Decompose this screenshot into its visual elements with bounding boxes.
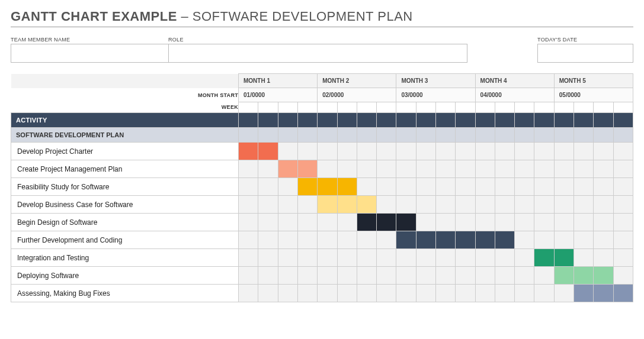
gantt-bar-cell [396, 231, 416, 249]
activity-header-cell [534, 113, 554, 128]
gantt-cell [495, 160, 514, 178]
month-start-date: 02/0000 [318, 88, 396, 102]
gantt-cell [377, 143, 396, 160]
gantt-cell [534, 214, 554, 231]
gantt-cell [337, 285, 357, 302]
gantt-cell [416, 249, 435, 267]
month-start-date: 04/0000 [475, 88, 554, 102]
gantt-cell [534, 178, 554, 196]
gantt-cell [337, 231, 357, 249]
gantt-cell [435, 178, 455, 196]
gantt-cell [396, 196, 416, 214]
gantt-cell [613, 267, 633, 285]
gantt-bar-cell [337, 178, 357, 196]
gantt-cell [594, 178, 613, 196]
gantt-cell [416, 267, 435, 285]
task-row: Begin Design of Software [11, 214, 633, 231]
section-cell [435, 128, 455, 143]
gantt-cell [435, 196, 455, 214]
gantt-cell [258, 160, 278, 178]
gantt-cell [318, 214, 337, 231]
gantt-bar-cell [534, 249, 554, 267]
month-header: MONTH 5 [554, 74, 633, 88]
gantt-cell [554, 178, 573, 196]
activity-header-cell [456, 113, 475, 128]
task-label: Begin Design of Software [11, 214, 239, 231]
gantt-cell [357, 160, 376, 178]
section-cell [456, 128, 475, 143]
gantt-cell [396, 178, 416, 196]
gantt-cell [613, 160, 633, 178]
gantt-cell [515, 249, 534, 267]
gantt-cell [297, 214, 317, 231]
gantt-cell [534, 143, 554, 160]
gantt-bar-cell [435, 231, 455, 249]
gantt-cell [515, 143, 534, 160]
gantt-cell [435, 143, 455, 160]
section-cell [297, 128, 317, 143]
header-col-date: TODAY'S DATE [537, 37, 633, 63]
gantt-cell [377, 267, 396, 285]
week-cell [239, 102, 258, 113]
gantt-cell [318, 285, 337, 302]
week-cell [297, 102, 317, 113]
gantt-cell [495, 178, 514, 196]
task-label: Develop Business Case for Software [11, 196, 239, 214]
week-cell [594, 102, 613, 113]
gantt-cell [416, 160, 435, 178]
activity-header-cell [337, 113, 357, 128]
gantt-bar-cell [337, 196, 357, 214]
gantt-cell [594, 231, 613, 249]
name-input[interactable] [11, 44, 168, 63]
gantt-cell [495, 285, 514, 302]
gantt-cell [515, 214, 534, 231]
date-label: TODAY'S DATE [537, 37, 633, 43]
gantt-cell [475, 143, 495, 160]
gantt-bar-cell [594, 285, 613, 302]
week-cell [318, 102, 337, 113]
week-cell [377, 102, 396, 113]
gantt-cell [337, 249, 357, 267]
gantt-cell [258, 249, 278, 267]
title-rest: – SOFTWARE DEVELOPMENT PLAN [177, 9, 413, 24]
gantt-bar-cell [318, 196, 337, 214]
activity-header-cell [416, 113, 435, 128]
gantt-cell [377, 178, 396, 196]
gantt-cell [475, 267, 495, 285]
gantt-cell [613, 214, 633, 231]
gantt-cell [337, 160, 357, 178]
gantt-cell [613, 249, 633, 267]
gantt-cell [396, 160, 416, 178]
gantt-cell [475, 160, 495, 178]
gantt-bar-cell [416, 231, 435, 249]
section-cell [357, 128, 376, 143]
date-input[interactable] [537, 44, 633, 63]
role-input[interactable] [168, 44, 467, 63]
gantt-cell [377, 196, 396, 214]
header-form: TEAM MEMBER NAME ROLE TODAY'S DATE [11, 37, 633, 63]
section-cell [278, 128, 297, 143]
gantt-cell [475, 214, 495, 231]
title-bold: GANTT CHART EXAMPLE [11, 9, 177, 24]
gantt-cell [515, 231, 534, 249]
gantt-cell [554, 160, 573, 178]
activity-header-cell [495, 113, 514, 128]
gantt-cell [554, 143, 573, 160]
activity-header-cell [613, 113, 633, 128]
gantt-cell [357, 285, 376, 302]
gantt-cell [318, 231, 337, 249]
gantt-cell [495, 267, 514, 285]
task-row: Deploying Software [11, 267, 633, 285]
gantt-bar-cell [357, 196, 376, 214]
gantt-bar-cell [377, 214, 396, 231]
gantt-cell [416, 178, 435, 196]
gantt-cell [554, 285, 573, 302]
gantt-cell [594, 249, 613, 267]
gantt-bar-cell [456, 231, 475, 249]
gantt-cell [278, 267, 297, 285]
gantt-cell [574, 143, 594, 160]
gantt-cell [435, 160, 455, 178]
gantt-cell [357, 178, 376, 196]
gantt-bar-cell [574, 267, 594, 285]
header-col-name: TEAM MEMBER NAME [11, 37, 168, 63]
